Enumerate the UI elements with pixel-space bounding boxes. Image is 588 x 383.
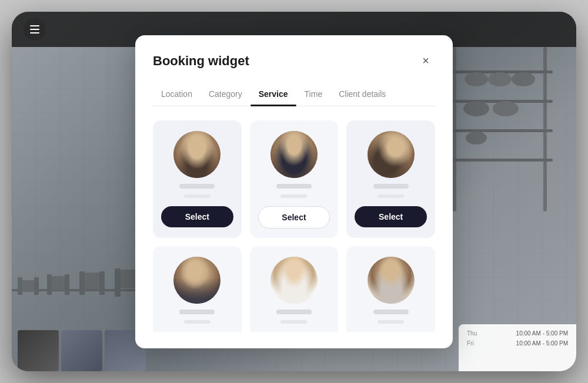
card-title-line-4 [179, 310, 215, 314]
service-card-3: Select [346, 120, 435, 238]
card-subtitle-line-4 [184, 320, 211, 324]
select-button-1[interactable]: Select [161, 206, 233, 227]
card-title-line-6 [373, 310, 409, 314]
tab-service[interactable]: Service [250, 85, 296, 106]
card-title-line-2 [276, 184, 312, 189]
service-image-1 [173, 131, 220, 178]
service-image-3 [368, 131, 415, 178]
tab-category[interactable]: Category [201, 85, 250, 106]
service-card-4: Select [153, 246, 242, 332]
tab-location[interactable]: Location [153, 85, 201, 106]
service-image-6 [368, 257, 415, 304]
service-card-6: Select [346, 246, 435, 332]
close-button[interactable]: × [416, 52, 435, 70]
card-subtitle-line-5 [280, 320, 307, 324]
card-subtitle-line-3 [377, 194, 404, 198]
service-cards-grid: Select Select Select [153, 120, 435, 332]
booking-modal: Booking widget × Location Category Servi… [135, 35, 453, 348]
service-card-2: Select [250, 120, 339, 238]
service-card-1: Select [153, 120, 242, 238]
tab-client-details[interactable]: Client details [330, 85, 394, 106]
card-title-line-3 [373, 184, 409, 189]
modal-overlay: Booking widget × Location Category Servi… [12, 12, 576, 371]
modal-title: Booking widget [153, 53, 249, 69]
card-title-line-1 [179, 184, 215, 189]
card-subtitle-line-1 [184, 194, 211, 198]
modal-header: Booking widget × [153, 52, 435, 70]
card-title-line-5 [276, 310, 312, 314]
service-image-2 [270, 131, 318, 178]
device-frame: Thu 10:00 AM - 5:00 PM Fri 10:00 AM - 5:… [12, 12, 576, 371]
service-image-4 [173, 257, 220, 304]
select-button-3[interactable]: Select [355, 206, 427, 227]
tab-bar: Location Category Service Time Client de… [153, 85, 435, 106]
card-subtitle-line-2 [280, 194, 307, 198]
service-image-5 [270, 257, 318, 304]
select-button-2[interactable]: Select [258, 206, 330, 229]
service-card-5: Select [250, 246, 339, 332]
card-subtitle-line-6 [377, 320, 404, 324]
tab-time[interactable]: Time [296, 85, 331, 106]
